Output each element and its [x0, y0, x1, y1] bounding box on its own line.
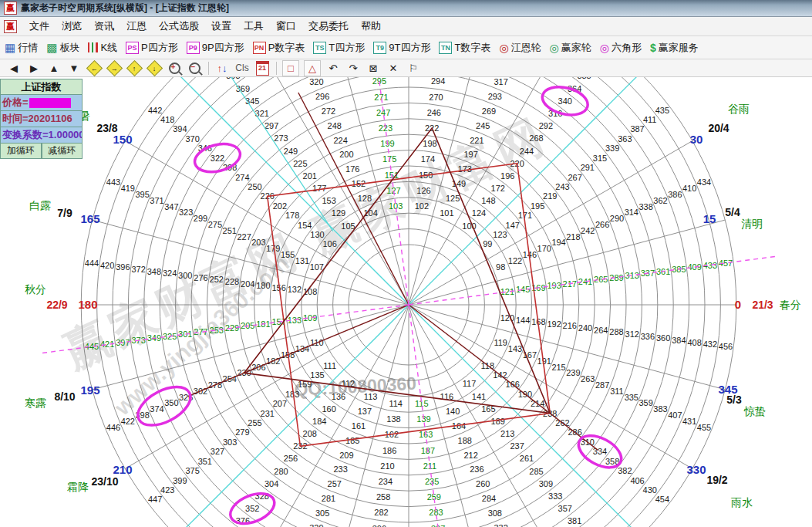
wheel-number: 454: [655, 495, 669, 504]
toolbar-button-赢家服务[interactable]: $赢家服务: [650, 41, 699, 55]
toolbar-button-行情[interactable]: ▦行情: [5, 41, 38, 55]
wheel-number: 140: [446, 407, 460, 416]
wheel-number: 372: [131, 265, 145, 274]
toolbar-button-六角形[interactable]: ◎六角形: [600, 41, 642, 55]
toolbar-button-T四方形[interactable]: TST四方形: [313, 41, 365, 55]
toolbar-button-9T四方形[interactable]: T99T四方形: [373, 41, 430, 55]
wheel-number: 197: [463, 150, 477, 159]
wheel-number: 338: [638, 202, 652, 211]
price-row: 价格=: [0, 95, 83, 111]
wheel-number: 143: [508, 344, 522, 353]
boxed-x-button[interactable]: ⊠: [366, 61, 381, 76]
wheel-number: 408: [687, 338, 701, 347]
wheel-number: 335: [625, 393, 638, 402]
wheel-number: 305: [315, 508, 329, 518]
wheel-number: 113: [364, 392, 378, 401]
wheel-number: 99: [483, 239, 492, 248]
wheel-number: 239: [566, 368, 580, 377]
wheel-number: 131: [295, 256, 309, 265]
cycle-buttons: 加循环 减循环: [0, 144, 83, 159]
menu-item-设置[interactable]: 设置: [205, 18, 238, 35]
add-cycle-button[interactable]: 加循环: [0, 144, 42, 159]
wheel-number: 138: [386, 414, 400, 424]
wheel-number: 184: [312, 417, 326, 426]
axis-degree-label: 165: [80, 212, 99, 225]
nav-right-button[interactable]: ▶: [26, 61, 42, 76]
toolbar-label: 9P四方形: [202, 41, 244, 55]
draw-square-button[interactable]: □: [282, 60, 299, 76]
wheel-number: 265: [594, 275, 608, 284]
menu-item-窗口[interactable]: 窗口: [270, 18, 302, 35]
wheel-number: 273: [274, 133, 288, 143]
calendar-button[interactable]: 21: [254, 61, 270, 76]
toolbar-button-江恩轮[interactable]: ◎江恩轮: [499, 41, 541, 55]
wheel-number: 406: [630, 476, 644, 485]
axis-degree-label: 30: [690, 133, 703, 146]
gann-wheel-canvas[interactable]: 赢家财富网 赢家财富网www.yingjia360.comQQ:10080036…: [0, 77, 812, 527]
wheel-number: 333: [548, 492, 562, 501]
draw-triangle-button[interactable]: △: [304, 60, 321, 76]
nav-down-button[interactable]: ▼: [66, 61, 82, 76]
toolbar-button-P数字表[interactable]: PNP数字表: [253, 41, 305, 55]
step-down-button[interactable]: ↓: [147, 61, 162, 76]
axis-degree-label: 330: [686, 463, 706, 476]
toolbar-button-9P四方形[interactable]: P99P四方形: [187, 41, 244, 55]
nav-up-button[interactable]: ▲: [46, 61, 62, 76]
wheel-number: 137: [358, 407, 372, 416]
toolbar-label: 赢家轮: [561, 41, 591, 55]
wheel-number: 280: [274, 467, 288, 476]
up-down-button[interactable]: ↑↓: [214, 61, 230, 76]
sub-cycle-button[interactable]: 减循环: [42, 144, 83, 159]
title-bar[interactable]: 赢 赢家老子时空周期系统[纵横版] - [上证指数 江恩轮]: [0, 0, 812, 17]
menu-item-浏览[interactable]: 浏览: [56, 18, 88, 35]
menu-item-文件[interactable]: 文件: [23, 18, 56, 35]
wheel-number: 160: [322, 404, 335, 414]
clear-x-button[interactable]: ✕: [386, 61, 401, 76]
rotate-cw-button[interactable]: ↷: [345, 61, 361, 76]
wheel-number: 132: [288, 285, 302, 294]
price-label: 价格=: [2, 95, 29, 110]
wheel-number: 171: [518, 211, 532, 220]
toolbar-separator: [208, 62, 209, 75]
drawing-toolbar: ◀▶▲▼←→↑↓+−↑↓Cls21□△↶↷⊠✕⚐: [0, 59, 812, 77]
badge-icon: PN: [253, 42, 266, 54]
step-right-button[interactable]: →: [106, 61, 122, 76]
solar-term-label: 惊蛰: [743, 405, 766, 417]
wheel-number: 130: [310, 230, 324, 239]
axis-degree-label: 195: [80, 383, 99, 397]
wheel-number: 201: [303, 171, 317, 181]
app-logo-icon: 赢: [4, 2, 17, 15]
flag-button[interactable]: ⚐: [406, 61, 421, 76]
wheel-number: 192: [547, 319, 561, 329]
step-left-button[interactable]: ←: [86, 61, 102, 76]
nav-left-button[interactable]: ◀: [6, 61, 22, 76]
info-panel: 上证指数 价格= 时间=20201106 变换系数=1.00000 加循环 减循…: [0, 79, 83, 159]
wheel-number: 117: [463, 379, 477, 388]
wheel-number: 122: [508, 256, 522, 265]
wheel-number: 410: [682, 184, 696, 193]
wheel-number: 266: [595, 220, 609, 229]
step-up-button[interactable]: ↑: [126, 61, 142, 76]
menu-item-工具[interactable]: 工具: [238, 18, 270, 35]
menu-item-公式选股[interactable]: 公式选股: [153, 18, 205, 35]
menu-item-交易委托[interactable]: 交易委托: [302, 18, 355, 35]
wheel-number: 178: [285, 211, 299, 220]
menu-item-帮助[interactable]: 帮助: [355, 18, 387, 35]
wheel-number: 351: [198, 457, 212, 466]
wheel-radial-line: [409, 305, 641, 527]
cls-button[interactable]: Cls: [234, 61, 250, 76]
toolbar-button-赢家轮[interactable]: ◎赢家轮: [550, 41, 591, 55]
wheel-number: 209: [339, 451, 353, 460]
toolbar-label: K线: [100, 41, 117, 55]
axis-date-label: 5/4: [725, 206, 740, 218]
menu-item-江恩[interactable]: 江恩: [120, 18, 153, 35]
toolbar-button-P四方形[interactable]: PSP四方形: [126, 41, 178, 55]
zoom-in-button[interactable]: +: [167, 61, 182, 76]
toolbar-button-板块[interactable]: ▩板块: [46, 41, 79, 55]
menu-item-资讯[interactable]: 资讯: [88, 18, 120, 35]
toolbar-button-T数字表[interactable]: TNT数字表: [439, 41, 490, 55]
toolbar-button-K线[interactable]: K线: [88, 41, 117, 55]
wheel-number: 340: [558, 96, 572, 106]
rotate-ccw-button[interactable]: ↶: [325, 61, 341, 76]
zoom-out-button[interactable]: −: [187, 61, 202, 76]
